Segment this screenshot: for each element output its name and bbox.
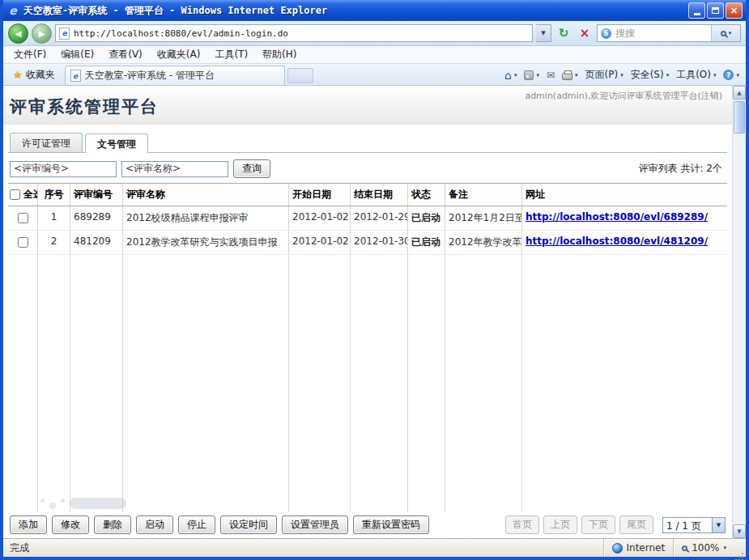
delete-button[interactable]: 删除 (94, 515, 131, 534)
address-dropdown-icon[interactable]: ▼ (536, 24, 551, 42)
zoom-dropdown-icon[interactable]: ▾ (723, 545, 726, 551)
zoom-icon (682, 545, 687, 551)
set-time-button[interactable]: 设定时间 (220, 515, 277, 534)
cell-status: 已启动 (408, 231, 445, 254)
favorites-button[interactable]: ★ 收藏夹 (6, 65, 62, 85)
list-summary: 评审列表 共计: 2个 (639, 162, 726, 176)
menu-file[interactable]: 文件(F) (6, 46, 53, 63)
safety-menu-label: 安全(S) (631, 68, 664, 82)
cell-remark: 2012年教学改革研 (445, 231, 522, 254)
page-select[interactable]: 1 / 1 页 ▼ (662, 517, 726, 533)
resize-grip[interactable] (734, 539, 746, 557)
search-provider-icon: S (601, 28, 611, 39)
query-button[interactable]: 查询 (233, 159, 270, 178)
search-input[interactable]: S 搜搜 ▾ (597, 24, 741, 42)
table-row: 1 689289 2012校级精品课程申报评审 2012-01-02 2012-… (8, 206, 727, 231)
browser-window: e 天空教室-评审系统 - 管理平台 - Windows Internet Ex… (0, 0, 749, 560)
row-checkbox[interactable] (18, 237, 28, 248)
search-placeholder: 搜搜 (615, 27, 707, 40)
set-admin-button[interactable]: 设置管理员 (282, 515, 348, 534)
internet-zone-icon (612, 543, 623, 554)
address-field[interactable]: e http://localhost:8080/evl/admin-login.… (55, 24, 533, 42)
scroll-down-button[interactable]: ▼ (733, 524, 746, 538)
page-header: 评审系统管理平台 admin(admin),欢迎访问评审系统管理平台(注销) (3, 86, 732, 125)
forward-button[interactable]: ▶ (32, 23, 52, 44)
browser-tab[interactable]: e 天空教室-评审系统 - 管理平台 (65, 66, 285, 85)
cell-start-date: 2012-01-02 (289, 231, 351, 254)
menu-view[interactable]: 查看(V) (101, 46, 150, 63)
read-mail-button[interactable]: ✉ (547, 70, 555, 81)
print-button[interactable]: ▾ (562, 70, 578, 80)
cell-start-date: 2012-01-02 (289, 206, 351, 230)
header-end-date: 结束日期 (351, 184, 408, 206)
address-url: http://localhost:8080/evl/admin-login.do (74, 28, 288, 39)
search-icon (721, 31, 726, 36)
table-empty-area (8, 255, 727, 512)
safety-menu-button[interactable]: 安全(S) ▾ (631, 68, 670, 82)
stop-button[interactable]: × (576, 24, 594, 42)
filter-row: 查询 评审列表 共计: 2个 (10, 159, 726, 178)
menu-favorites[interactable]: 收藏夹(A) (150, 46, 208, 63)
refresh-button[interactable]: ↻ (555, 24, 572, 42)
minimize-button[interactable] (688, 2, 705, 19)
tools-menu-label: 工具(O) (676, 68, 711, 82)
header-start-date: 开始日期 (289, 184, 351, 206)
cell-code: 689289 (70, 206, 123, 230)
close-button[interactable]: × (726, 2, 743, 19)
review-url-link[interactable]: http://localhost:8080/evl/481209/ (526, 235, 708, 247)
row-checkbox[interactable] (18, 213, 28, 223)
feeds-icon (524, 70, 534, 80)
add-button[interactable]: 添加 (10, 515, 47, 534)
page-select-dropdown-icon[interactable]: ▼ (712, 518, 725, 532)
next-page-button[interactable]: 下页 (581, 515, 615, 534)
home-dropdown-icon: ▾ (514, 72, 517, 78)
edit-button[interactable]: 修改 (52, 515, 89, 534)
review-url-link[interactable]: http://localhost:8080/evl/689289/ (526, 211, 708, 223)
last-page-button[interactable]: 尾页 (619, 515, 653, 534)
menu-help[interactable]: 帮助(H) (255, 46, 304, 63)
search-button[interactable]: ▾ (711, 25, 740, 41)
stop-review-button[interactable]: 停止 (178, 515, 215, 534)
help-icon: ? (723, 70, 734, 80)
vertical-scrollbar: ▲ ▼ (732, 86, 746, 538)
minimize-icon (694, 13, 700, 15)
search-options-icon: ▾ (729, 30, 732, 36)
menu-tools[interactable]: 工具(T) (207, 46, 255, 63)
prev-page-button[interactable]: 上页 (543, 515, 577, 534)
scroll-up-button[interactable]: ▲ (733, 86, 746, 100)
tab-document-management[interactable]: 文号管理 (85, 134, 148, 153)
select-all-checkbox[interactable] (10, 189, 20, 200)
table-row: 2 481209 2012教学改革研究与实践项目申报 2012-01-02 20… (8, 231, 727, 255)
feeds-dropdown-icon: ▾ (536, 72, 539, 78)
home-button[interactable]: ⌂ ▾ (504, 69, 517, 82)
back-button[interactable]: ◀ (8, 23, 28, 44)
header-name: 评审名称 (123, 184, 289, 206)
first-page-button[interactable]: 首页 (505, 515, 539, 534)
scrollbar-track[interactable] (733, 100, 746, 524)
feeds-button[interactable]: ▾ (524, 70, 539, 80)
start-button[interactable]: 启动 (136, 515, 173, 534)
review-code-input[interactable] (10, 161, 117, 177)
user-greeting[interactable]: admin(admin),欢迎访问评审系统管理平台(注销) (525, 90, 722, 102)
review-name-input[interactable] (121, 161, 228, 177)
address-bar: ◀ ▶ e http://localhost:8080/evl/admin-lo… (3, 21, 746, 46)
help-button[interactable]: ? ▾ (723, 70, 739, 80)
status-text: 完成 (3, 541, 603, 555)
zoom-level: 100% (692, 542, 719, 554)
cell-name: 2012教学改革研究与实践项目申报 (123, 231, 289, 254)
page-menu-button[interactable]: 页面(P) ▾ (585, 68, 623, 82)
zoom-control[interactable]: 100% ▾ (673, 539, 734, 557)
stop-icon: × (580, 26, 590, 40)
new-tab-button[interactable] (287, 68, 313, 83)
reset-password-button[interactable]: 重新设置密码 (353, 515, 429, 534)
cell-seq: 2 (38, 231, 70, 254)
maximize-button[interactable] (707, 2, 724, 19)
scrollbar-thumb[interactable] (734, 101, 745, 134)
cell-code: 481209 (70, 231, 123, 254)
menu-edit[interactable]: 编辑(E) (53, 46, 101, 63)
tools-menu-button[interactable]: 工具(O) ▾ (676, 68, 716, 82)
title-bar: e 天空教室-评审系统 - 管理平台 - Windows Internet Ex… (3, 0, 746, 21)
action-bar: 添加 修改 删除 启动 停止 设定时间 设置管理员 重新设置密码 首页 上页 下… (8, 512, 727, 536)
tab-license-management[interactable]: 许可证管理 (10, 133, 83, 152)
ie-icon: e (6, 4, 19, 17)
